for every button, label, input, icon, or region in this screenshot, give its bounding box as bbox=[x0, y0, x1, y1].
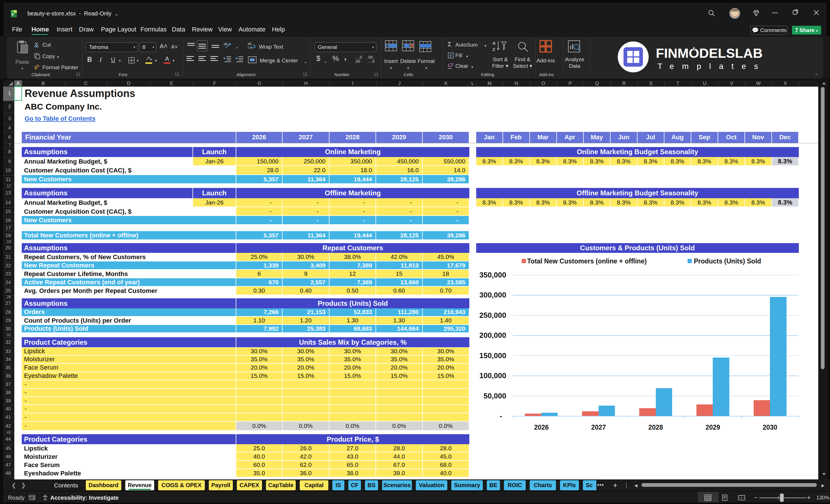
svg-text:c: c bbox=[248, 45, 249, 50]
svg-text:ab: ab bbox=[248, 42, 252, 46]
svg-text:A: A bbox=[492, 41, 496, 45]
svg-text:Z: Z bbox=[492, 47, 495, 52]
svg-text:ab: ab bbox=[224, 42, 228, 46]
